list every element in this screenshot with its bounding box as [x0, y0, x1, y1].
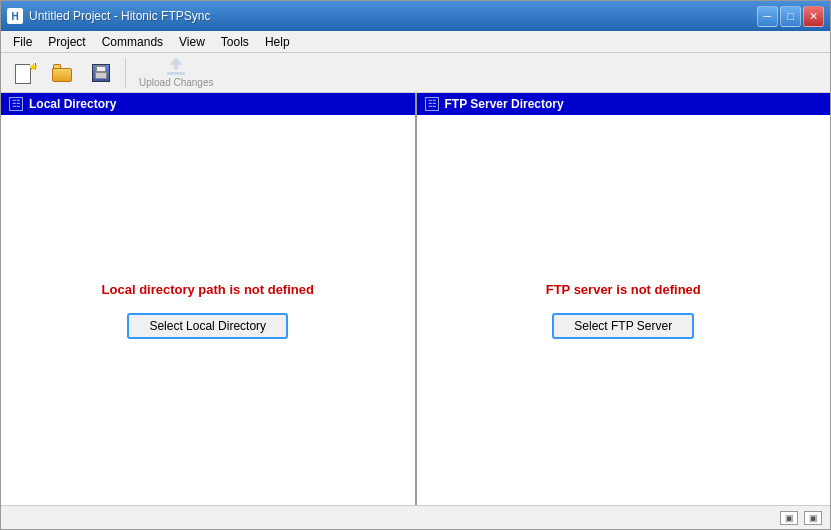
menu-view[interactable]: View: [171, 33, 213, 51]
upload-label: Upload Changes: [139, 77, 214, 88]
statusbar: ▣ ▣: [1, 505, 830, 529]
toolbar-divider: [125, 58, 126, 88]
ftp-panel-header: ☷ FTP Server Directory: [417, 93, 831, 115]
titlebar: H Untitled Project - Hitonic FTPSync ─ □…: [1, 1, 830, 31]
select-ftp-server-button[interactable]: Select FTP Server: [552, 313, 694, 339]
menu-file[interactable]: File: [5, 33, 40, 51]
close-button[interactable]: ✕: [803, 6, 824, 27]
local-error-message: Local directory path is not defined: [102, 282, 314, 297]
local-panel-header: ☷ Local Directory: [1, 93, 415, 115]
ftp-panel-body: FTP server is not defined Select FTP Ser…: [417, 115, 831, 505]
local-panel-title: Local Directory: [29, 97, 116, 111]
menubar: File Project Commands View Tools Help: [1, 31, 830, 53]
save-icon: [90, 64, 112, 82]
local-panel-body: Local directory path is not defined Sele…: [1, 115, 415, 505]
menu-project[interactable]: Project: [40, 33, 93, 51]
open-folder-icon: [52, 64, 74, 82]
window-title: Untitled Project - Hitonic FTPSync: [29, 9, 757, 23]
select-local-directory-button[interactable]: Select Local Directory: [127, 313, 288, 339]
panels-container: ☷ Local Directory Local directory path i…: [1, 93, 830, 505]
main-content: ☷ Local Directory Local directory path i…: [1, 93, 830, 529]
window-controls: ─ □ ✕: [757, 6, 824, 27]
menu-tools[interactable]: Tools: [213, 33, 257, 51]
app-icon: H: [7, 8, 23, 24]
open-button[interactable]: [45, 56, 81, 90]
new-icon: ★: [14, 64, 36, 82]
ftp-panel-icon: ☷: [425, 97, 439, 111]
upload-icon: [165, 57, 187, 75]
ftp-panel-title: FTP Server Directory: [445, 97, 564, 111]
menu-commands[interactable]: Commands: [94, 33, 171, 51]
save-button[interactable]: [83, 56, 119, 90]
upload-changes-button[interactable]: Upload Changes: [132, 56, 221, 90]
minimize-button[interactable]: ─: [757, 6, 778, 27]
main-window: H Untitled Project - Hitonic FTPSync ─ □…: [0, 0, 831, 530]
ftp-error-message: FTP server is not defined: [546, 282, 701, 297]
status-icon-2: ▣: [804, 511, 822, 525]
toolbar: ★: [1, 53, 830, 93]
maximize-button[interactable]: □: [780, 6, 801, 27]
local-directory-panel: ☷ Local Directory Local directory path i…: [1, 93, 417, 505]
menu-help[interactable]: Help: [257, 33, 298, 51]
ftp-server-panel: ☷ FTP Server Directory FTP server is not…: [417, 93, 831, 505]
status-icon-1: ▣: [780, 511, 798, 525]
new-button[interactable]: ★: [7, 56, 43, 90]
local-panel-icon: ☷: [9, 97, 23, 111]
